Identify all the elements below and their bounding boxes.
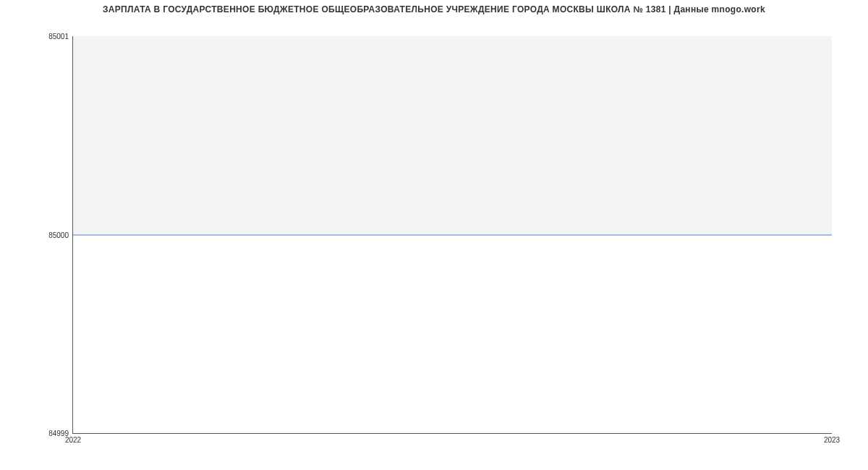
x-tick-label: 2023 (824, 436, 840, 444)
data-line (73, 234, 832, 235)
y-tick-label: 85001 (48, 33, 69, 40)
x-tick-label: 2022 (65, 436, 81, 444)
area-fill (73, 36, 832, 235)
chart-title: ЗАРПЛАТА В ГОСУДАРСТВЕННОЕ БЮДЖЕТНОЕ ОБЩ… (0, 4, 868, 14)
y-tick-label: 85000 (48, 231, 69, 239)
chart-container: ЗАРПЛАТА В ГОСУДАРСТВЕННОЕ БЮДЖЕТНОЕ ОБЩ… (0, 0, 868, 470)
plot-area: 85001 85000 84999 2022 2023 (72, 36, 832, 434)
